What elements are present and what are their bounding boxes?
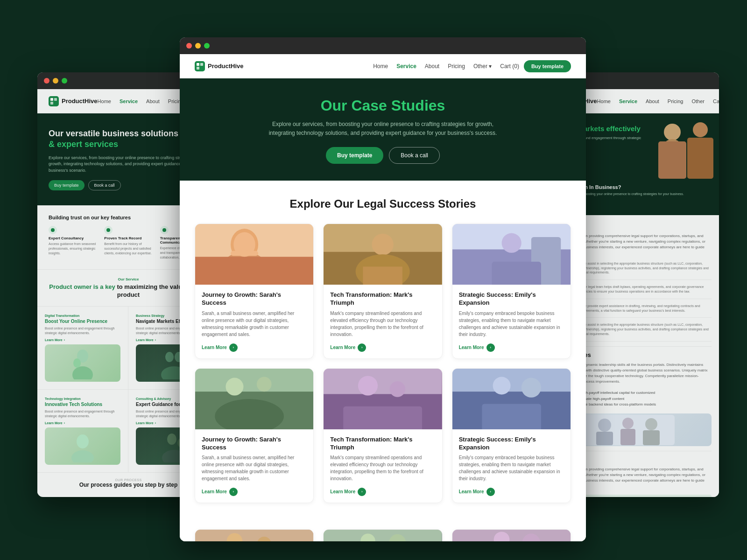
arrow-circle-4: › — [229, 488, 238, 496]
left-book-btn[interactable]: Book a call — [88, 180, 121, 190]
learn-more-btn-5[interactable]: Learn More › — [330, 488, 366, 496]
svg-point-4 — [72, 366, 93, 379]
center-nav-service[interactable]: Service — [396, 63, 416, 70]
service-desc-3: Boost online presence and engagement thr… — [45, 409, 120, 419]
case-card-2: Tech Transformation: Mark's Triumph Mark… — [323, 224, 442, 358]
service-img-3 — [45, 427, 120, 465]
nav-about[interactable]: About — [146, 98, 160, 104]
maximize-icon[interactable] — [62, 78, 67, 84]
arrow-circle-6: › — [486, 488, 495, 496]
svg-rect-74 — [620, 429, 635, 445]
left-buy-btn[interactable]: Buy template — [49, 180, 85, 190]
case-card-title-3: Strategic Success: Emily's Expansion — [459, 291, 564, 307]
svg-rect-0 — [50, 98, 53, 101]
svg-rect-23 — [231, 251, 258, 256]
case-card-7: Journey to Growth: Sarah's Success — [195, 529, 314, 541]
svg-rect-48 — [482, 404, 541, 429]
center-nav-home[interactable]: Home — [373, 63, 388, 70]
case-card-5: Tech Transformation: Mark's Triumph Mark… — [323, 368, 442, 503]
right-nav-about[interactable]: About — [646, 98, 659, 104]
case-card-body-1: Journey to Growth: Sarah's Success Sarah… — [195, 285, 313, 358]
learn-more-btn-6[interactable]: Learn More › — [459, 488, 495, 496]
right-nav-other[interactable]: Other — [691, 98, 705, 104]
svg-rect-66 — [658, 141, 686, 179]
case-img-7 — [195, 530, 313, 541]
center-hero-title: Our Case Studies — [195, 97, 571, 114]
arrow-circle-3: › — [486, 343, 495, 352]
right-nav-cart[interactable]: Cart — [713, 98, 719, 104]
svg-point-26 — [372, 234, 394, 255]
trust-icon-3 — [160, 226, 169, 234]
case-card-body-3: Strategic Success: Emily's Expansion Emi… — [452, 285, 571, 358]
case-card-body-2: Tech Transformation: Mark's Triumph Mark… — [324, 285, 442, 358]
learn-more-3[interactable]: Learn More › — [45, 421, 120, 425]
case-card-desc-2: Mark's company streamlined operations an… — [330, 310, 435, 338]
center-maximize-icon[interactable] — [204, 43, 210, 49]
case-card-1: Journey to Growth: Sarah's Success Sarah… — [195, 224, 314, 358]
svg-point-37 — [257, 377, 272, 392]
case-img-6 — [452, 369, 571, 429]
trust-item-title-1: Expert Consultancy — [49, 236, 97, 240]
center-navbar: ProductHive Home Service About Pricing O… — [180, 54, 586, 78]
svg-point-67 — [693, 122, 708, 137]
trust-icon-1 — [49, 226, 57, 234]
center-nav-cart[interactable]: Cart (0) — [500, 63, 519, 70]
case-grid-row1: Journey to Growth: Sarah's Success Sarah… — [195, 224, 571, 358]
right-hero-people — [649, 113, 719, 179]
learn-more-btn-1[interactable]: Learn More › — [202, 343, 238, 352]
right-nav-service[interactable]: Service — [619, 98, 637, 104]
right-nav-home[interactable]: Home — [597, 98, 611, 104]
center-nav-other[interactable]: Other ▾ — [473, 63, 492, 70]
case-card-desc-3: Emily's company embraced bespoke busines… — [459, 310, 564, 338]
case-card-title-5: Tech Transformation: Mark's Triumph — [330, 436, 435, 452]
center-nav-links: Home Service About Pricing Other ▾ Cart … — [373, 63, 519, 70]
center-nav-pricing[interactable]: Pricing — [448, 63, 465, 70]
svg-point-11 — [167, 434, 176, 445]
arrow-circle-2: › — [358, 343, 366, 352]
case-img-8 — [324, 530, 442, 541]
case-card-body-6: Strategic Success: Emily's Expansion Emi… — [452, 429, 571, 503]
service-title-1: Boost Your Online Presence — [45, 319, 120, 324]
case-card-8: Tech Transformation: Mark's Triumph — [323, 529, 442, 541]
center-buy-btn[interactable]: Buy template — [326, 147, 383, 164]
case-card-4: Journey to Growth: Sarah's Success Sarah… — [195, 368, 314, 503]
center-nav-about[interactable]: About — [425, 63, 439, 70]
center-hero-btns: Buy template Book a call — [195, 147, 571, 164]
svg-point-5 — [73, 358, 81, 368]
nav-home[interactable]: Home — [98, 98, 111, 104]
case-card-title-6: Strategic Success: Emily's Expansion — [459, 436, 564, 452]
learn-more-btn-3[interactable]: Learn More › — [459, 343, 495, 352]
nav-service[interactable]: Service — [120, 98, 138, 104]
case-img-5 — [324, 369, 442, 429]
center-nav-buy-btn[interactable]: Buy template — [524, 60, 571, 72]
svg-rect-72 — [596, 432, 613, 445]
case-card-title-2: Tech Transformation: Mark's Triumph — [330, 291, 435, 307]
svg-point-9 — [77, 434, 89, 448]
approach-desc-1: We assist in selecting the appropriate b… — [582, 261, 712, 275]
center-browser-chrome — [180, 37, 586, 54]
brand-logo — [49, 96, 59, 106]
right-nav-pricing[interactable]: Pricing — [668, 98, 684, 104]
case-card-9: Strategic Success: Emily's Expansion — [452, 529, 571, 541]
arrow-icon-3: › — [64, 421, 65, 425]
svg-point-46 — [493, 377, 510, 394]
case-card-desc-5: Mark's company streamlined operations an… — [330, 454, 435, 482]
learn-more-btn-4[interactable]: Learn More › — [202, 488, 238, 496]
approach-desc-2: Our legal team helps draft bylaws, opera… — [582, 285, 712, 294]
svg-rect-15 — [200, 63, 203, 66]
case-card-title-1: Journey to Growth: Sarah's Success — [202, 291, 307, 307]
center-book-btn[interactable]: Book a call — [389, 147, 440, 164]
learn-more-btn-2[interactable]: Learn More › — [330, 343, 366, 352]
case-grid-row2: Journey to Growth: Sarah's Success Sarah… — [195, 368, 571, 503]
arrow-icon-1: › — [64, 338, 65, 342]
case-img-1 — [195, 224, 313, 285]
center-minimize-icon[interactable] — [195, 43, 201, 49]
minimize-icon[interactable] — [53, 78, 58, 84]
case-img-2 — [324, 224, 442, 285]
case-studies-title: Explore Our Legal Success Stories — [195, 197, 571, 210]
svg-rect-76 — [643, 430, 660, 445]
center-close-icon[interactable] — [186, 43, 192, 49]
close-icon[interactable] — [44, 78, 49, 84]
learn-more-1[interactable]: Learn More › — [45, 338, 120, 342]
case-card-title-4: Journey to Growth: Sarah's Success — [202, 436, 307, 452]
